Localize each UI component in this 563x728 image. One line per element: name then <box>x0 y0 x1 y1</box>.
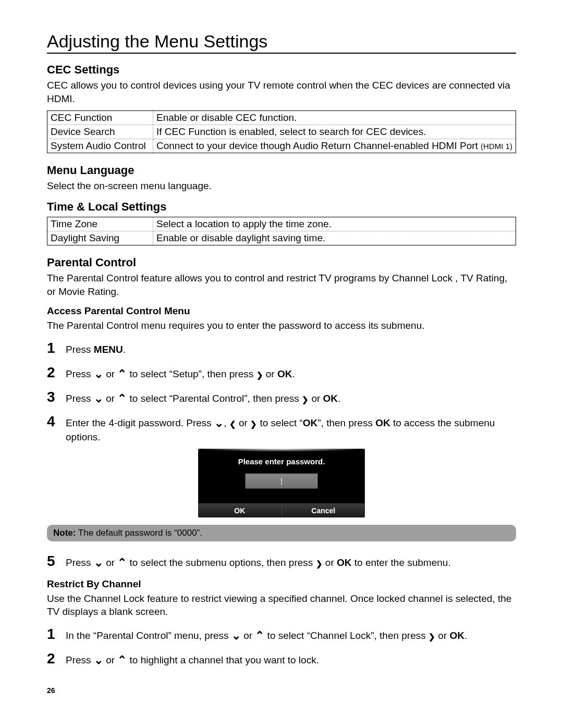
access-steps: 1 Press MENU. 2 Press or to select “Setu… <box>47 338 516 445</box>
time-row1-label: Time Zone <box>47 217 153 231</box>
chevron-up-icon <box>255 630 264 641</box>
text: or <box>309 393 323 404</box>
ok-label: OK <box>450 630 465 641</box>
cec-row1-label: CEC Function <box>47 111 153 125</box>
chevron-down-icon <box>94 655 103 666</box>
chevron-up-icon <box>117 368 127 380</box>
restrict-step-1: 1 In the “Parental Control” menu, press … <box>47 624 516 644</box>
chevron-up-icon <box>117 655 127 666</box>
text: , <box>224 417 229 428</box>
table-row: Device Search If CEC Function is enabled… <box>47 125 516 139</box>
step-number: 1 <box>47 624 56 644</box>
text: or <box>103 655 117 665</box>
text: or <box>103 557 117 568</box>
cec-row1-desc: Enable or disable CEC function. <box>153 111 516 125</box>
heading-time: Time & Local Settings <box>47 200 516 214</box>
chevron-right-icon <box>256 370 263 379</box>
chevron-down-icon <box>214 417 224 429</box>
step-number: 5 <box>47 551 56 571</box>
table-row: CEC Function Enable or disable CEC funct… <box>47 111 516 125</box>
text: Press <box>66 368 94 379</box>
text: or <box>103 368 117 379</box>
cec-row2-desc: If CEC Function is enabled, select to se… <box>153 125 516 139</box>
note-text: The default password is “0000”. <box>76 528 202 538</box>
chevron-right-icon <box>250 419 257 428</box>
ok-label: OK <box>337 557 352 568</box>
text: or <box>103 393 117 404</box>
cec-row3-desc-small: (HDMI 1) <box>481 142 512 151</box>
restrict-steps: 1 In the “Parental Control” menu, press … <box>47 624 516 669</box>
text: to select “Setup”, then press <box>127 368 256 379</box>
chevron-up-icon <box>117 557 127 569</box>
heading-restrict: Restrict By Channel <box>47 578 516 590</box>
time-row2-label: Daylight Saving <box>47 231 153 245</box>
cec-row3-desc: Connect to your device though Audio Retu… <box>153 139 516 153</box>
step-3: 3 Press or to select “Parental Control”,… <box>47 387 516 407</box>
text: Enter the 4-digit password. Press <box>66 417 214 428</box>
chevron-right-icon <box>302 394 309 404</box>
chevron-down-icon <box>94 368 103 380</box>
time-row1-desc: Select a location to apply the time zone… <box>153 217 516 231</box>
parental-desc: The Parental Control feature allows you … <box>47 272 516 298</box>
restrict-desc: Use the Channel Lock feature to restrict… <box>47 592 516 619</box>
cec-row3-desc-text: Connect to your device though Audio Retu… <box>156 140 481 151</box>
text: . <box>338 393 340 404</box>
chevron-down-icon <box>94 557 103 569</box>
ok-label: OK <box>277 368 292 379</box>
text: . <box>464 630 467 641</box>
text: or <box>263 368 277 379</box>
text: or <box>435 630 449 641</box>
ok-label: OK <box>303 417 318 428</box>
text: Press <box>66 557 94 568</box>
chevron-up-icon <box>117 393 127 404</box>
page-number: 26 <box>47 686 516 695</box>
text: Press <box>66 393 94 404</box>
ok-label: OK <box>375 417 390 428</box>
text: . <box>123 344 126 355</box>
access-parental-desc: The Parental Control menu requires you t… <box>47 319 516 332</box>
step-5: 5 Press or to select the submenu options… <box>47 551 516 571</box>
heading-cec: CEC Settings <box>47 63 516 77</box>
step-number: 1 <box>47 338 56 358</box>
text: to highlight a channel that you want to … <box>127 655 319 665</box>
step-2: 2 Press or to select “Setup”, then press… <box>47 362 516 382</box>
text: to select “Channel Lock”, then press <box>264 630 429 641</box>
text: In the “Parental Control” menu, press <box>66 630 231 641</box>
text: Press <box>66 344 94 355</box>
title-rule <box>47 53 516 54</box>
step-number: 4 <box>47 411 56 431</box>
ok-button[interactable]: OK <box>198 504 282 517</box>
text: to select “Parental Control”, then press <box>127 393 302 404</box>
password-dialog: Please enter password. OK Cancel <box>198 449 365 517</box>
step-1: 1 Press MENU. <box>47 338 516 358</box>
step-4: 4 Enter the 4-digit password. Press , or… <box>47 411 516 444</box>
step-number: 2 <box>47 648 56 669</box>
cec-row3-label: System Audio Control <box>47 139 153 153</box>
cec-row2-label: Device Search <box>47 125 153 139</box>
access-steps-continued: 5 Press or to select the submenu options… <box>47 551 516 571</box>
heading-access-parental: Access Parental Control Menu <box>47 305 516 317</box>
chevron-left-icon <box>229 419 236 428</box>
step-number: 3 <box>47 387 56 407</box>
text: Press <box>66 655 94 665</box>
password-prompt: Please enter password. <box>198 452 365 473</box>
cec-table: CEC Function Enable or disable CEC funct… <box>47 110 516 153</box>
text: or <box>236 417 250 428</box>
dialog-button-bar: OK Cancel <box>198 503 365 517</box>
table-row: Daylight Saving Enable or disable daylig… <box>47 231 516 245</box>
page-title: Adjusting the Menu Settings <box>47 31 516 52</box>
password-dialog-wrap: Please enter password. OK Cancel <box>47 449 516 517</box>
text: to select the submenu options, then pres… <box>127 557 315 568</box>
heading-menu-language: Menu Language <box>47 164 516 177</box>
text: or <box>323 557 337 568</box>
chevron-right-icon <box>429 632 435 641</box>
restrict-step-2: 2 Press or to highlight a channel that y… <box>47 648 516 669</box>
table-row: System Audio Control Connect to your dev… <box>47 139 516 153</box>
note-label: Note: <box>53 528 76 538</box>
password-field[interactable] <box>245 473 318 489</box>
cancel-button[interactable]: Cancel <box>282 504 365 517</box>
menu-language-desc: Select the on-screen menu language. <box>47 179 516 193</box>
text: to select “ <box>257 417 303 428</box>
text: to enter the submenu. <box>352 557 451 568</box>
step-number: 2 <box>47 362 56 382</box>
